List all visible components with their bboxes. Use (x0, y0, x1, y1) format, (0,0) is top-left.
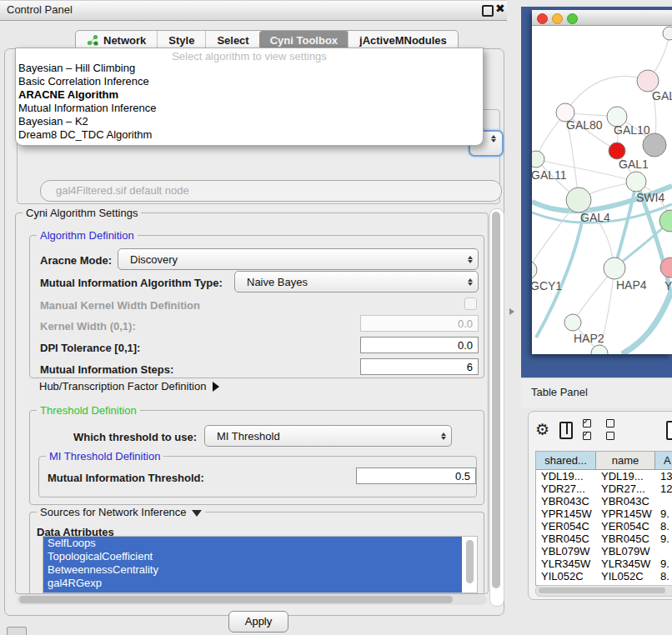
manual-kernel-label: Manual Kernel Width Definition (40, 299, 200, 312)
dpi-tolerance-label: DPI Tolerance [0,1]: (40, 342, 140, 354)
close-icon[interactable]: ✖ (495, 2, 505, 15)
column-header[interactable]: shared... (536, 452, 596, 469)
dropdown-item[interactable]: Basic Correlation Inference (16, 75, 483, 88)
threshold-definition-title: Threshold Definition (37, 404, 140, 417)
combo-stepper-icon (463, 256, 478, 263)
node-swi4 (626, 172, 646, 192)
node-label: GAL80 (566, 118, 603, 132)
mi-threshold-title: MI Threshold Definition (46, 450, 163, 462)
data-attributes-list[interactable]: SelfLoops TopologicalCoefficient Between… (43, 536, 478, 593)
network-tab-icon (87, 34, 98, 46)
dropdown-item[interactable]: Bayesian – K2 (16, 115, 483, 128)
kernel-width-input[interactable] (360, 315, 479, 332)
node-selected-red (609, 142, 625, 159)
minimized-panel-icon[interactable] (7, 627, 27, 635)
node (663, 27, 672, 40)
table-header-row: shared... name A (536, 452, 672, 470)
table-row[interactable]: YLR345WYLR345W9. (536, 558, 672, 570)
gear-icon[interactable]: ⚙ (535, 422, 549, 438)
sources-title[interactable]: Sources for Network Inference (37, 506, 205, 518)
column-header[interactable]: name (596, 452, 655, 469)
tab-cyni-toolbox[interactable]: Cyni Toolbox (259, 31, 349, 49)
node-gcy1 (532, 261, 537, 279)
zoom-traffic-light-icon[interactable] (567, 13, 578, 24)
kernel-width-label: Kernel Width (0,1): (40, 320, 136, 332)
network-graph (532, 25, 672, 354)
node-label: HAP4 (616, 278, 647, 292)
hub-definition-expander[interactable]: Hub/Transcription Factor Definition (39, 380, 219, 392)
settings-group-title: Cyni Algorithm Settings (23, 207, 141, 219)
node-table: shared... name A YDL19...YDL19...13 YDR2… (535, 451, 672, 586)
list-item[interactable]: BetweennessCentrality (43, 563, 462, 577)
splitter-arrow-icon[interactable] (509, 308, 514, 315)
cyni-algorithm-settings-group: Cyni Algorithm Settings Algorithm Defini… (15, 212, 489, 594)
list-item[interactable]: SelfLoops (43, 537, 462, 550)
deselect-all-icon[interactable] (606, 418, 619, 442)
node-label: SWI4 (636, 191, 664, 204)
dpi-tolerance-input[interactable] (360, 337, 479, 353)
algorithm-dropdown-popup: Select algorithm to view settings Bayesi… (15, 48, 484, 146)
node-label: GAL1 (619, 158, 649, 171)
list-item-partial[interactable] (43, 590, 462, 593)
control-panel-titlebar: Control Panel ✖ (0, 0, 507, 21)
table-row[interactable]: YBR043CYBR043C (536, 495, 672, 508)
dropdown-item[interactable]: Bayesian – Hill Climbing (16, 62, 483, 75)
mi-threshold-label: Mutual Information Threshold: (48, 472, 204, 484)
table-row[interactable]: YDR27...YDR27...12 (536, 482, 672, 495)
columns-icon[interactable] (559, 422, 573, 439)
combo-stepper-icon (436, 432, 451, 440)
table-row[interactable]: YPR145WYPR145W9. (536, 508, 672, 520)
close-traffic-light-icon[interactable] (537, 13, 548, 24)
manual-kernel-checkbox[interactable] (464, 298, 477, 310)
mi-threshold-input[interactable] (356, 468, 476, 484)
algorithm-definition-title: Algorithm Definition (37, 229, 138, 242)
table-toolbar: ⚙ (535, 420, 672, 440)
list-item[interactable]: gal4RGexp (43, 577, 462, 590)
table-row[interactable]: YBL079WYBL079W (536, 545, 672, 558)
mi-threshold-group: MI Threshold Definition Mutual Informati… (38, 456, 477, 498)
control-panel-title: Control Panel (7, 3, 73, 16)
minimize-traffic-light-icon[interactable] (552, 13, 563, 24)
table-row[interactable]: YIL052CYIL052C8. (536, 570, 672, 582)
settings-vertical-scrollbar[interactable] (489, 208, 504, 607)
table-row[interactable]: YDL19...YDL19...13 (536, 470, 672, 482)
aracne-mode-combobox[interactable]: Discovery (118, 248, 479, 270)
which-threshold-label: Which threshold to use: (73, 431, 197, 443)
column-header[interactable]: A (655, 452, 672, 469)
mi-steps-input[interactable] (360, 358, 479, 375)
tab-network[interactable]: Network (76, 31, 157, 49)
app-screen: Control Panel ✖ Network Style Select Cyn… (0, 0, 672, 635)
mi-steps-label: Mutual Information Steps: (40, 363, 173, 376)
node-label: GCY1 (532, 279, 562, 292)
network-canvas[interactable]: GAL GAL80 GAL10 GAL1 GAL11 SWI4 GAL4 GCY… (532, 25, 672, 354)
combo-stepper-icon (463, 278, 478, 286)
function-builder-icon[interactable] (666, 421, 672, 440)
node-label: Y (664, 279, 672, 292)
node-hap4 (604, 258, 625, 279)
settings-horizontal-scrollbar[interactable] (17, 594, 487, 605)
mi-type-combobox[interactable]: Naive Bayes (234, 271, 479, 292)
node-label: GAL11 (532, 168, 567, 182)
table-horizontal-scrollbar[interactable] (535, 585, 672, 597)
apply-button[interactable]: Apply (228, 611, 288, 632)
select-all-icon[interactable] (583, 418, 596, 442)
dropdown-item[interactable]: Dream8 DC_TDC Algorithm (16, 128, 483, 142)
table-row[interactable]: YBR045CYBR045C9. (536, 532, 672, 545)
list-scrollbar[interactable] (465, 538, 474, 590)
tab-select[interactable]: Select (205, 31, 259, 49)
tab-style[interactable]: Style (157, 31, 205, 49)
network-window-titlebar[interactable] (532, 10, 672, 26)
network-combobox[interactable]: gal4Filtered.sif default node (40, 180, 502, 202)
dropdown-item-selected[interactable]: ARACNE Algorithm (16, 88, 483, 102)
network-window[interactable]: GAL GAL80 GAL10 GAL1 GAL11 SWI4 GAL4 GCY… (532, 10, 672, 354)
float-window-icon[interactable] (482, 5, 494, 17)
dropdown-item[interactable]: Mutual Information Inference (16, 102, 483, 115)
node-gal1 (643, 133, 666, 157)
mi-type-label: Mutual Information Algorithm Type: (40, 277, 223, 289)
algorithm-definition-group: Algorithm Definition Aracne Mode: Discov… (29, 235, 484, 378)
which-threshold-combobox[interactable]: MI Threshold (204, 425, 452, 447)
tab-jactivemnodules[interactable]: jActiveMNodules (348, 31, 458, 49)
threshold-definition-group: Threshold Definition Which threshold to … (29, 410, 484, 505)
list-item[interactable]: TopologicalCoefficient (43, 550, 462, 563)
table-row[interactable]: YER054CYER054C8. (536, 520, 672, 532)
